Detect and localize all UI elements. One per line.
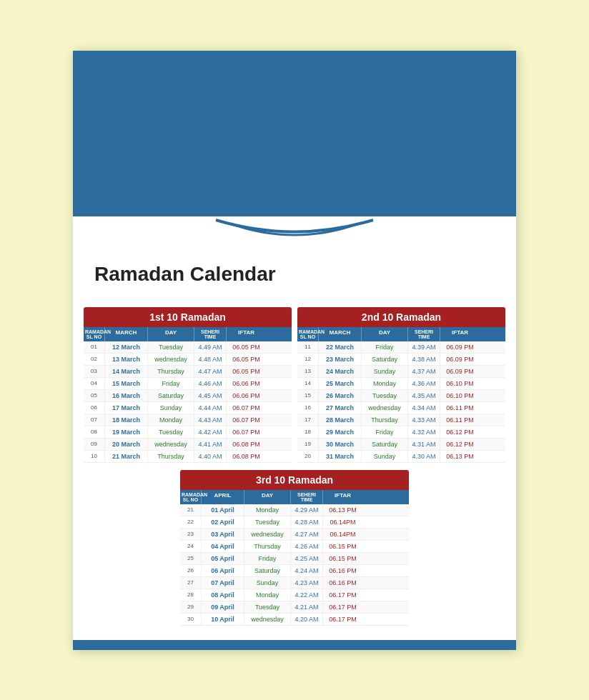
cell-day: wednesday — [362, 402, 408, 414]
cell-seheri: 4.41 AM — [194, 439, 227, 450]
third-table-section: 3rd 10 Ramadan RAMADAN SL NO APRIL DAY S… — [180, 470, 409, 626]
cell-iftar: 06.16 PM — [323, 577, 362, 589]
cell-day: Thursday — [244, 541, 291, 552]
cell-slno: 23 — [180, 529, 202, 540]
second-table-section: 2nd 10 Ramadan RAMADAN SL NO MARCH DAY S… — [297, 307, 505, 463]
page-title: Ramadan Calendar — [94, 263, 495, 286]
table-row: 02 13 March wednesday 4.48 AM 06.05 PM — [84, 354, 292, 366]
cell-seheri: 4.35 AM — [408, 390, 440, 401]
cell-day: wednesday — [244, 529, 291, 540]
blue-header — [73, 51, 516, 208]
table-row: 20 31 March Sunday 4.30 AM 06.13 PM — [297, 451, 505, 463]
table-row: 16 27 March wednesday 4.34 AM 06.11 PM — [297, 402, 505, 414]
table-row: 21 01 April Monday 4.29 AM 06.13 PM — [180, 504, 409, 516]
wave-svg — [73, 216, 516, 256]
cell-iftar: 06.12 PM — [440, 426, 480, 438]
cell-slno: 28 — [180, 589, 202, 601]
cell-seheri: 4.31 AM — [408, 439, 440, 450]
cell-seheri: 4.22 AM — [291, 589, 323, 601]
table-row: 19 30 March Saturday 4.31 AM 06.12 PM — [297, 439, 505, 451]
cell-iftar: 06.08 PM — [227, 451, 266, 462]
cell-day: Thursday — [148, 451, 194, 462]
cell-day: Tuesday — [148, 341, 194, 353]
cell-date: 27 March — [319, 402, 362, 414]
third-col-headers: RAMADAN SL NO APRIL DAY SEHERI TIME IFTA… — [180, 490, 409, 504]
cell-date: 09 April — [202, 601, 244, 613]
cell-seheri: 4.38 AM — [408, 354, 440, 365]
cell-date: 29 March — [319, 426, 362, 438]
table-row: 12 23 March Saturday 4.38 AM 06.09 PM — [297, 354, 505, 366]
first-table-body: 01 12 March Tuesday 4.49 AM 06.05 PM 02 … — [84, 341, 292, 463]
cell-slno: 03 — [84, 366, 105, 377]
cell-slno: 09 — [84, 439, 105, 450]
cell-seheri: 4.21 AM — [291, 601, 323, 613]
cell-seheri: 4.36 AM — [408, 378, 440, 389]
table-row: 07 18 March Monday 4.43 AM 06.07 PM — [84, 414, 292, 426]
cell-day: Saturday — [244, 565, 291, 576]
table-row: 05 16 March Saturday 4.45 AM 06.06 PM — [84, 390, 292, 402]
table-row: 27 07 April Sunday 4.23 AM 06.16 PM — [180, 577, 409, 589]
cell-date: 01 April — [202, 504, 244, 516]
cell-seheri: 4.25 AM — [291, 553, 323, 564]
third-section-header: 3rd 10 Ramadan — [180, 470, 409, 490]
table-row: 15 26 March Tuesday 4.35 AM 06.10 PM — [297, 390, 505, 402]
cell-day: Tuesday — [244, 601, 291, 613]
cell-date: 04 April — [202, 541, 244, 552]
title-section: Ramadan Calendar — [73, 256, 516, 307]
cell-iftar: 06.09 PM — [440, 341, 480, 353]
first-col-iftar: IFTAR — [227, 327, 266, 341]
cell-slno: 14 — [297, 378, 319, 389]
cell-date: 31 March — [319, 451, 362, 462]
cell-iftar: 06.15 PM — [323, 553, 362, 564]
cell-slno: 13 — [297, 366, 319, 377]
cell-slno: 30 — [180, 614, 202, 625]
table-row: 01 12 March Tuesday 4.49 AM 06.05 PM — [84, 341, 292, 354]
cell-day: Tuesday — [362, 390, 408, 401]
cell-seheri: 4.26 AM — [291, 541, 323, 552]
cell-seheri: 4.37 AM — [408, 366, 440, 377]
cell-day: Friday — [362, 341, 408, 353]
cell-iftar: 06.11 PM — [440, 414, 480, 426]
cell-day: Thursday — [148, 366, 194, 377]
cell-seheri: 4.32 AM — [408, 426, 440, 438]
third-col-slno: RAMADAN SL NO — [180, 490, 202, 504]
cell-date: 22 March — [319, 341, 362, 353]
third-table-body: 21 01 April Monday 4.29 AM 06.13 PM 22 0… — [180, 504, 409, 626]
cell-seheri: 4.20 AM — [291, 614, 323, 625]
cell-iftar: 06.10 PM — [440, 378, 480, 389]
cell-iftar: 06.09 PM — [440, 366, 480, 377]
cell-day: Monday — [362, 378, 408, 389]
cell-date: 17 March — [105, 402, 148, 414]
cell-seheri: 4.28 AM — [291, 516, 323, 528]
first-col-day: DAY — [148, 327, 194, 341]
cell-date: 14 March — [105, 366, 148, 377]
cell-date: 08 April — [202, 589, 244, 601]
cell-seheri: 4.45 AM — [194, 390, 227, 401]
cell-iftar: 06.05 PM — [227, 341, 266, 353]
cell-iftar: 06.05 PM — [227, 354, 266, 365]
first-col-slno: RAMADAN SL NO — [84, 327, 105, 341]
third-col-iftar: IFTAR — [323, 490, 362, 504]
cell-slno: 27 — [180, 577, 202, 589]
cell-slno: 12 — [297, 354, 319, 365]
cell-day: Sunday — [362, 451, 408, 462]
cell-date: 06 April — [202, 565, 244, 576]
cell-iftar: 06.09 PM — [440, 354, 480, 365]
cell-date: 12 March — [105, 341, 148, 353]
cell-iftar: 06.13 PM — [440, 451, 480, 462]
cell-day: Thursday — [362, 414, 408, 426]
cell-iftar: 06.11 PM — [440, 402, 480, 414]
cell-slno: 19 — [297, 439, 319, 450]
cell-iftar: 06.07 PM — [227, 426, 266, 438]
cell-iftar: 06.10 PM — [440, 390, 480, 401]
cell-date: 16 March — [105, 390, 148, 401]
cell-seheri: 4.44 AM — [194, 402, 227, 414]
cell-day: Sunday — [148, 402, 194, 414]
table-row: 25 05 April Friday 4.25 AM 06.15 PM — [180, 553, 409, 565]
table-row: 28 08 April Monday 4.22 AM 06.17 PM — [180, 589, 409, 601]
cell-seheri: 4.43 AM — [194, 414, 227, 426]
cell-iftar: 06.07 PM — [227, 414, 266, 426]
third-col-april: APRIL — [202, 490, 244, 504]
cell-seheri: 4.48 AM — [194, 354, 227, 365]
cell-day: Saturday — [362, 354, 408, 365]
